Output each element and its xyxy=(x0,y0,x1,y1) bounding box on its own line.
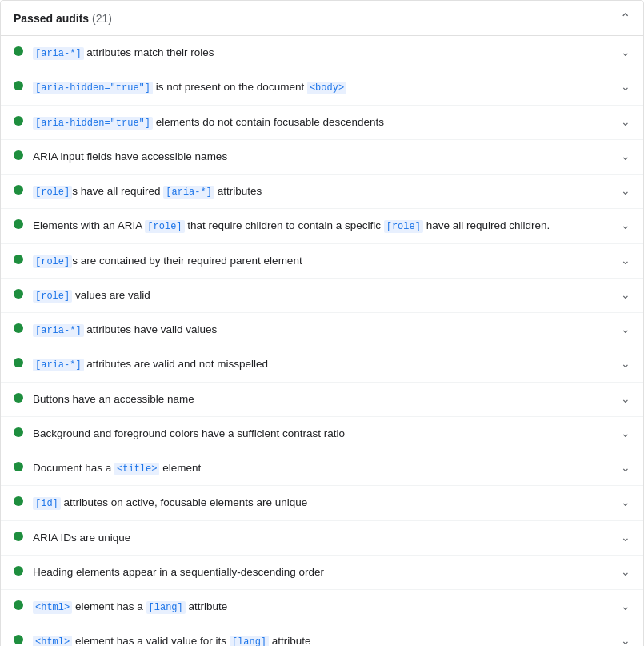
audit-text: <html> element has a [lang] attribute xyxy=(33,599,614,615)
panel-title-text: Passed audits xyxy=(14,12,89,25)
pass-indicator xyxy=(14,393,23,403)
audit-text: [aria-*] attributes have valid values xyxy=(33,322,614,338)
pass-indicator xyxy=(14,81,23,90)
code-snippet: <body> xyxy=(307,82,346,94)
code-snippet: [role] xyxy=(33,255,72,268)
audit-item[interactable]: [role] values are valid⌄ xyxy=(1,279,643,313)
code-snippet: [role] xyxy=(33,290,72,303)
expand-icon[interactable]: ⌄ xyxy=(621,219,630,231)
audit-text: Elements with an ARIA [role] that requir… xyxy=(33,218,614,234)
audit-item[interactable]: Background and foreground colors have a … xyxy=(1,417,643,451)
pass-indicator xyxy=(14,358,23,367)
audit-item[interactable]: [aria-*] attributes match their roles⌄ xyxy=(1,36,643,70)
audit-item[interactable]: [aria-hidden="true"] is not present on t… xyxy=(1,70,643,105)
passed-audits-panel: Passed audits (21) ⌃ [aria-*] attributes… xyxy=(0,0,644,646)
audit-item[interactable]: Elements with an ARIA [role] that requir… xyxy=(1,209,643,243)
expand-icon[interactable]: ⌄ xyxy=(621,115,630,128)
audit-item[interactable]: [role]s are contained by their required … xyxy=(1,244,643,279)
pass-indicator xyxy=(14,635,23,644)
pass-indicator xyxy=(14,427,23,437)
pass-indicator xyxy=(14,496,23,506)
expand-icon[interactable]: ⌄ xyxy=(621,80,630,93)
audit-text: Heading elements appear in a sequentiall… xyxy=(33,564,614,580)
audit-item[interactable]: ARIA input fields have accessible names⌄ xyxy=(1,140,643,175)
code-snippet: [aria-*] xyxy=(163,186,214,199)
code-snippet: [aria-*] xyxy=(33,359,84,371)
audit-text: ARIA IDs are unique xyxy=(33,530,614,546)
audit-text: [role] values are valid xyxy=(33,287,614,303)
expand-icon[interactable]: ⌄ xyxy=(621,600,630,612)
audit-item[interactable]: ARIA IDs are unique⌄ xyxy=(1,521,643,556)
audit-text: [aria-hidden="true"] is not present on t… xyxy=(33,79,614,95)
audit-text: [role]s have all required [aria-*] attri… xyxy=(33,183,614,199)
pass-indicator xyxy=(14,566,23,576)
code-snippet: [aria-hidden="true"] xyxy=(33,82,153,94)
audit-text: <html> element has a valid value for its… xyxy=(33,633,614,646)
code-snippet: <title> xyxy=(114,463,159,475)
expand-icon[interactable]: ⌄ xyxy=(621,531,630,544)
audit-list: [aria-*] attributes match their roles⌄[a… xyxy=(1,36,643,646)
code-snippet: [aria-*] xyxy=(33,324,84,337)
code-snippet: [role] xyxy=(145,220,184,233)
code-snippet: [aria-*] xyxy=(33,47,84,60)
audit-text: [aria-hidden="true"] elements do not con… xyxy=(33,114,614,130)
audit-item[interactable]: Heading elements appear in a sequentiall… xyxy=(1,556,643,590)
audit-item[interactable]: [role]s have all required [aria-*] attri… xyxy=(1,175,643,209)
expand-icon[interactable]: ⌄ xyxy=(621,46,630,58)
expand-icon[interactable]: ⌄ xyxy=(621,496,630,508)
pass-indicator xyxy=(14,532,23,541)
audit-count: (21) xyxy=(92,12,112,25)
audit-text: Background and foreground colors have a … xyxy=(33,426,614,442)
audit-text: [aria-*] attributes are valid and not mi… xyxy=(33,356,614,372)
code-snippet: [role] xyxy=(33,186,72,199)
pass-indicator xyxy=(14,323,23,333)
audit-text: ARIA input fields have accessible names xyxy=(33,149,614,165)
expand-icon[interactable]: ⌄ xyxy=(621,461,630,474)
pass-indicator xyxy=(14,600,23,610)
audit-text: [role]s are contained by their required … xyxy=(33,253,614,269)
code-snippet: [role] xyxy=(384,220,423,233)
expand-icon[interactable]: ⌄ xyxy=(621,288,630,301)
audit-item[interactable]: [aria-hidden="true"] elements do not con… xyxy=(1,106,643,140)
pass-indicator xyxy=(14,462,23,471)
pass-indicator xyxy=(14,185,23,195)
expand-icon[interactable]: ⌄ xyxy=(621,565,630,578)
panel-header[interactable]: Passed audits (21) ⌃ xyxy=(1,1,643,36)
expand-icon[interactable]: ⌄ xyxy=(621,184,630,197)
audit-text: Document has a <title> element xyxy=(33,460,614,476)
expand-icon[interactable]: ⌄ xyxy=(621,357,630,370)
audit-text: [id] attributes on active, focusable ele… xyxy=(33,495,614,511)
audit-item[interactable]: Document has a <title> element⌄ xyxy=(1,451,643,486)
expand-icon[interactable]: ⌄ xyxy=(621,634,630,646)
pass-indicator xyxy=(14,150,23,160)
code-snippet: [lang] xyxy=(146,601,186,614)
code-snippet: [aria-hidden="true"] xyxy=(33,117,153,130)
audit-text: Buttons have an accessible name xyxy=(33,391,614,407)
audit-item[interactable]: [aria-*] attributes have valid values⌄ xyxy=(1,313,643,347)
pass-indicator xyxy=(14,116,23,126)
code-snippet: <html> xyxy=(33,636,72,646)
expand-icon[interactable]: ⌄ xyxy=(621,427,630,439)
audit-item[interactable]: Buttons have an accessible name⌄ xyxy=(1,383,643,417)
audit-item[interactable]: <html> element has a valid value for its… xyxy=(1,624,643,646)
expand-icon[interactable]: ⌄ xyxy=(621,392,630,405)
expand-icon[interactable]: ⌄ xyxy=(621,150,630,163)
expand-icon[interactable]: ⌄ xyxy=(621,254,630,267)
pass-indicator xyxy=(14,255,23,264)
pass-indicator xyxy=(14,219,23,229)
panel-title: Passed audits (21) xyxy=(14,12,112,25)
expand-icon[interactable]: ⌄ xyxy=(621,323,630,335)
pass-indicator xyxy=(14,46,23,56)
code-snippet: [lang] xyxy=(230,636,269,646)
code-snippet: [id] xyxy=(33,497,61,510)
collapse-icon[interactable]: ⌃ xyxy=(620,10,630,26)
audit-item[interactable]: <html> element has a [lang] attribute⌄ xyxy=(1,590,643,624)
audit-text: [aria-*] attributes match their roles xyxy=(33,45,614,61)
code-snippet: <html> xyxy=(33,601,72,614)
audit-item[interactable]: [aria-*] attributes are valid and not mi… xyxy=(1,347,643,382)
pass-indicator xyxy=(14,289,23,299)
audit-item[interactable]: [id] attributes on active, focusable ele… xyxy=(1,486,643,520)
